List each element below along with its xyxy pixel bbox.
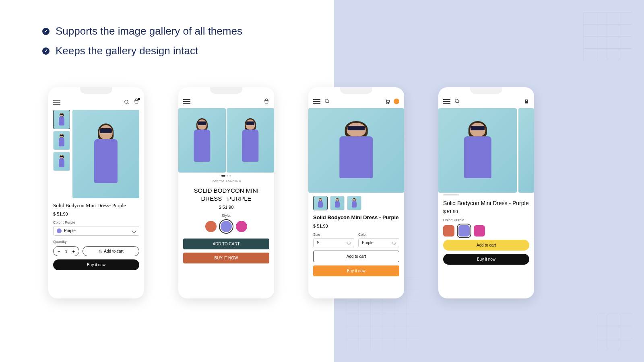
svg-point-4 — [388, 103, 389, 104]
qty-value: 1 — [65, 249, 67, 254]
thumbnail[interactable] — [313, 196, 328, 210]
chevron-down-icon — [347, 241, 351, 245]
product-price: $ 51.90 — [53, 212, 139, 216]
phone-notch — [210, 87, 242, 94]
phone-notch — [470, 87, 502, 94]
main-product-image[interactable] — [308, 108, 404, 193]
buy-now-button[interactable]: Buy it now — [313, 265, 399, 276]
lock-icon — [98, 249, 102, 253]
swatch-pink[interactable] — [474, 225, 485, 237]
product-title: Solid Bodycon Mini Dress - Purple — [443, 200, 529, 207]
color-value: Purple — [64, 228, 76, 233]
search-icon[interactable] — [124, 99, 130, 105]
menu-icon[interactable] — [183, 99, 190, 104]
pagination-dots — [183, 175, 269, 177]
chevron-down-icon — [392, 241, 396, 245]
topbar — [313, 99, 399, 104]
bag-icon[interactable] — [264, 99, 269, 104]
size-select[interactable]: S — [313, 238, 354, 247]
chevron-down-icon — [132, 228, 136, 233]
color-select[interactable]: Purple — [53, 226, 139, 236]
phone-mockup-2: TOKYO TALKIES SOLID BODYCON MINI DRESS -… — [178, 87, 274, 298]
gallery-image[interactable] — [178, 108, 226, 173]
swatch-orange[interactable] — [205, 221, 217, 232]
scroll-indicator — [443, 194, 459, 195]
thumbnail-strip — [53, 110, 70, 198]
color-select[interactable]: Purple — [358, 238, 399, 247]
menu-icon[interactable] — [313, 99, 320, 104]
product-price: $ 51.90 — [313, 224, 399, 228]
color-label: Color: Purple — [443, 218, 529, 222]
gallery-image[interactable] — [438, 108, 517, 193]
lock-icon[interactable] — [524, 99, 529, 104]
swatch-purple[interactable] — [458, 225, 470, 237]
phone-mockup-1: Solid Bodycon Mini Dress- Purple $ 51.90… — [48, 87, 144, 298]
search-icon[interactable] — [454, 99, 460, 104]
product-price: $ 51.90 — [443, 209, 529, 214]
menu-icon[interactable] — [443, 99, 450, 104]
feature-item: ✓ Supports the image gallery of all them… — [42, 25, 242, 37]
product-title: Solid Bodycon Mini Dress - Purple — [313, 214, 399, 221]
add-to-cart-button[interactable]: Add to cart — [83, 246, 139, 256]
thumbnail[interactable] — [53, 110, 70, 129]
gallery-image-peek[interactable] — [518, 108, 534, 193]
thumbnail[interactable] — [330, 196, 345, 210]
grid-decoration — [584, 12, 632, 60]
svg-point-2 — [325, 99, 328, 103]
check-icon: ✓ — [42, 28, 50, 35]
feature-text: Supports the image gallery of all themes — [56, 25, 242, 37]
qty-minus[interactable]: − — [58, 249, 60, 254]
gallery-image[interactable] — [227, 108, 274, 173]
thumbnail[interactable] — [53, 152, 70, 171]
svg-point-5 — [455, 99, 458, 103]
search-icon[interactable] — [324, 99, 330, 104]
add-to-cart-button[interactable]: Add to cart — [443, 240, 529, 251]
product-title: SOLID BODYCON MINI DRESS - PURPLE — [183, 187, 269, 202]
grid-decoration — [596, 314, 632, 350]
style-label: Style: — [183, 214, 269, 218]
swatch-orange[interactable] — [443, 225, 454, 237]
phone-mockup-4: Solid Bodycon Mini Dress - Purple $ 51.9… — [438, 87, 534, 298]
swatch-purple[interactable] — [221, 221, 232, 232]
swatch-row — [443, 225, 529, 237]
main-product-image[interactable] — [72, 110, 139, 198]
menu-icon[interactable] — [53, 100, 60, 105]
thumbnail[interactable] — [53, 131, 70, 150]
add-to-cart-button[interactable]: Add to cart — [313, 251, 399, 262]
qty-plus[interactable]: + — [72, 249, 75, 254]
svg-point-3 — [386, 103, 387, 104]
cart-icon[interactable] — [385, 99, 390, 104]
check-icon: ✓ — [42, 47, 50, 55]
brand-name: TOKYO TALKIES — [183, 179, 269, 183]
buy-now-button[interactable]: Buy it now — [53, 259, 139, 270]
svg-point-0 — [125, 100, 128, 103]
quantity-stepper[interactable]: − 1 + — [53, 246, 79, 256]
thumbnail-row — [313, 196, 399, 210]
swatch-pink[interactable] — [236, 221, 247, 232]
buy-now-button[interactable]: BUY IT NOW — [183, 253, 269, 263]
svg-rect-6 — [525, 101, 528, 103]
product-price: $ 51.90 — [183, 205, 269, 210]
user-badge[interactable] — [394, 99, 399, 104]
topbar — [53, 99, 139, 106]
feature-list: ✓ Supports the image gallery of all them… — [42, 25, 242, 64]
size-label: Size — [313, 232, 354, 237]
size-value: S — [317, 241, 320, 245]
color-value: Purple — [362, 241, 374, 245]
bag-icon[interactable] — [134, 99, 139, 106]
color-label: Color : Purple — [53, 220, 139, 224]
quantity-label: Quantity — [53, 240, 139, 244]
thumbnail[interactable] — [347, 196, 361, 210]
swatch-row — [183, 221, 269, 232]
topbar — [183, 99, 269, 104]
topbar — [443, 99, 529, 104]
feature-item: ✓ Keeps the gallery design intact — [42, 45, 242, 57]
phone-notch — [80, 87, 112, 94]
svg-rect-1 — [99, 251, 101, 253]
phone-notch — [340, 87, 372, 94]
buy-now-button[interactable]: Buy it now — [443, 254, 529, 265]
product-title: Solid Bodycon Mini Dress- Purple — [53, 202, 139, 209]
add-to-cart-button[interactable]: ADD TO CART — [183, 239, 269, 249]
add-cart-label: Add to cart — [104, 249, 123, 253]
phone-mockup-3: Solid Bodycon Mini Dress - Purple $ 51.9… — [308, 87, 404, 298]
